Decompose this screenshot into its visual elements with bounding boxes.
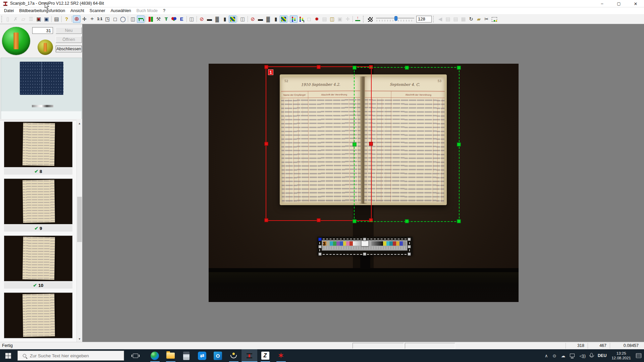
selection-frame-2-handle-bm[interactable] xyxy=(405,220,409,223)
selection-frame-3-handle-bl[interactable] xyxy=(318,252,322,256)
tray-expand-icon[interactable]: ∧ xyxy=(545,353,548,358)
multi-frame-icon[interactable] xyxy=(490,15,498,23)
selection-frame-2-handle-bl[interactable] xyxy=(353,220,357,223)
search-input[interactable] xyxy=(30,353,124,358)
open-folder-icon[interactable]: ▱ xyxy=(19,15,27,23)
bar-dither-left-icon[interactable]: ▓ xyxy=(213,15,221,23)
dual-page-view-icon[interactable]: ◫ xyxy=(129,15,137,23)
stripes-left-icon[interactable] xyxy=(229,15,236,23)
gradation-curve-icon[interactable]: E xyxy=(178,15,185,23)
taskbar-search[interactable] xyxy=(17,351,124,361)
help-icon[interactable]: ? xyxy=(63,15,70,23)
bar-dither-right-icon[interactable]: ▓ xyxy=(264,15,272,23)
pan-shrink-icon[interactable]: ✛ xyxy=(88,15,96,23)
menu-?[interactable]: ? xyxy=(160,7,168,14)
taskbar-zeutschel-button[interactable]: Z xyxy=(257,349,273,362)
taskbar-scan-utility-button[interactable] xyxy=(226,349,241,362)
selection-frame-2-handle-tr[interactable] xyxy=(457,66,461,70)
rotate-page-icon[interactable]: ↻ xyxy=(467,15,475,23)
selection-frame-3-handle-tl[interactable] xyxy=(318,238,322,241)
stripes-right-icon[interactable] xyxy=(280,15,287,23)
save-icon[interactable]: ▣ xyxy=(43,15,50,23)
select-area-icon[interactable]: ◻ xyxy=(111,15,119,23)
close-button[interactable]: ✕ xyxy=(627,0,644,7)
selection-frame-3[interactable]: 3 xyxy=(319,239,410,255)
thumbnail-8[interactable] xyxy=(4,122,72,167)
table-lift-icon[interactable] xyxy=(354,15,362,23)
copy-settings-up-icon[interactable]: ▤ xyxy=(444,15,452,23)
threshold-slider[interactable] xyxy=(375,16,415,22)
minimize-button[interactable]: – xyxy=(594,0,610,7)
menu-buch-mode[interactable]: Buch Mode xyxy=(134,7,160,14)
microphone-icon[interactable] xyxy=(590,353,593,358)
taskbar-calculator-button[interactable] xyxy=(178,349,194,362)
adjust-tools-icon[interactable]: ⚒ xyxy=(155,15,162,23)
taskbar-scan64-button[interactable]: ✶ xyxy=(273,349,289,362)
back-arrow-icon[interactable]: ◀ xyxy=(436,15,444,23)
selection-frame-1-handle-tm[interactable] xyxy=(317,65,321,69)
scanner-settings-icon[interactable]: ▤ xyxy=(321,15,328,23)
fit-window-icon[interactable]: ◳ xyxy=(104,15,111,23)
selection-frame-1-handle-tl[interactable] xyxy=(265,65,268,69)
scrollbar-up-icon[interactable]: ▲ xyxy=(77,121,82,126)
bar-gray-left-icon[interactable]: ▮ xyxy=(221,15,229,23)
selection-frame-3-handle-tr[interactable] xyxy=(408,238,411,241)
book-mode-left-icon[interactable]: ◫ xyxy=(188,15,196,23)
maximize-button[interactable]: ▢ xyxy=(610,0,627,7)
selection-frame-2-handle-ml[interactable] xyxy=(353,143,357,146)
scan-counter-input[interactable] xyxy=(32,27,53,34)
selection-frame-2-handle-br[interactable] xyxy=(457,220,461,223)
selection-frame-3-handle-tm[interactable] xyxy=(363,238,366,241)
teamviewer-tray-icon[interactable]: ⊙ xyxy=(552,353,556,358)
scan-start-button[interactable] xyxy=(2,27,30,55)
move-frame-icon[interactable]: ◻ xyxy=(305,15,313,23)
save-discard-icon[interactable]: ▣✕ xyxy=(35,15,43,23)
menu-ausw-hlen[interactable]: Auswählen xyxy=(108,7,134,14)
thumbnail-scrollbar[interactable]: ▲ ▼ xyxy=(76,121,82,342)
task-view-button[interactable] xyxy=(128,349,143,362)
scrollbar-down-icon[interactable]: ▼ xyxy=(77,336,82,342)
selection-frame-3-handle-br[interactable] xyxy=(408,252,411,256)
thumbnail-9[interactable] xyxy=(4,179,72,224)
scan-single-button[interactable] xyxy=(38,40,53,55)
book-pages-icon[interactable]: ◫ xyxy=(328,15,336,23)
crop-off-right-icon[interactable]: ⊘ xyxy=(249,15,257,23)
selection-frame-3-handle-mr[interactable] xyxy=(408,245,411,248)
neu-button[interactable]: Neu xyxy=(56,27,82,34)
crop-off-left-icon[interactable]: ⊘ xyxy=(198,15,206,23)
menu-datei[interactable]: Datei xyxy=(1,7,16,14)
taskbar-file-explorer-button[interactable] xyxy=(163,349,178,362)
onedrive-cloud-icon[interactable]: ☁ xyxy=(561,353,565,358)
mask-stand-icon[interactable]: Ŧ xyxy=(162,15,170,23)
keyboard-language[interactable]: DEU xyxy=(598,353,606,358)
menu-scanner[interactable]: Scanner xyxy=(87,7,108,14)
taskbar-edge-button[interactable] xyxy=(147,349,163,362)
selection-frame-2-handle-mr[interactable] xyxy=(457,143,461,146)
thumbnail-10[interactable] xyxy=(4,236,72,281)
pattern-select-icon[interactable] xyxy=(366,15,374,23)
selection-frame-1-handle-bm[interactable] xyxy=(317,219,321,222)
selection-frame-2[interactable] xyxy=(354,67,460,222)
book-profile-icon[interactable] xyxy=(147,15,155,23)
oeffnen-button[interactable]: Öffnen xyxy=(56,36,82,43)
threshold-value-input[interactable] xyxy=(416,16,432,22)
index-list-icon[interactable]: ☰ xyxy=(27,15,35,23)
menu-ansicht[interactable]: Ansicht xyxy=(68,7,87,14)
scan-bed-icon[interactable] xyxy=(137,15,145,23)
bar-gray-right-icon[interactable]: ▮ xyxy=(272,15,280,23)
new-page-icon[interactable]: ▯ xyxy=(4,15,12,23)
eraser-icon[interactable]: ▰ xyxy=(475,15,483,23)
color-mode-icon[interactable]: ● xyxy=(170,15,178,23)
selection-frame-3-handle-bm[interactable] xyxy=(363,252,366,256)
copy-settings-indexed-icon[interactable]: ▤ xyxy=(452,15,460,23)
print-icon[interactable]: ▤ xyxy=(53,15,60,23)
loupe-icon[interactable]: ◯ xyxy=(119,15,127,23)
selection-frame-3-handle-ml[interactable] xyxy=(318,245,322,248)
center-frame-icon[interactable]: ✛ xyxy=(344,15,352,23)
book-mode-right-icon[interactable]: ◫ xyxy=(239,15,247,23)
selection-frame-1-handle-ml[interactable] xyxy=(265,142,268,145)
thumbnail-partial-3[interactable] xyxy=(4,293,72,338)
navigator-icon[interactable]: ⊕ xyxy=(73,15,80,23)
taskbar-outlook-button[interactable]: O xyxy=(210,349,226,362)
start-button[interactable] xyxy=(0,349,16,362)
